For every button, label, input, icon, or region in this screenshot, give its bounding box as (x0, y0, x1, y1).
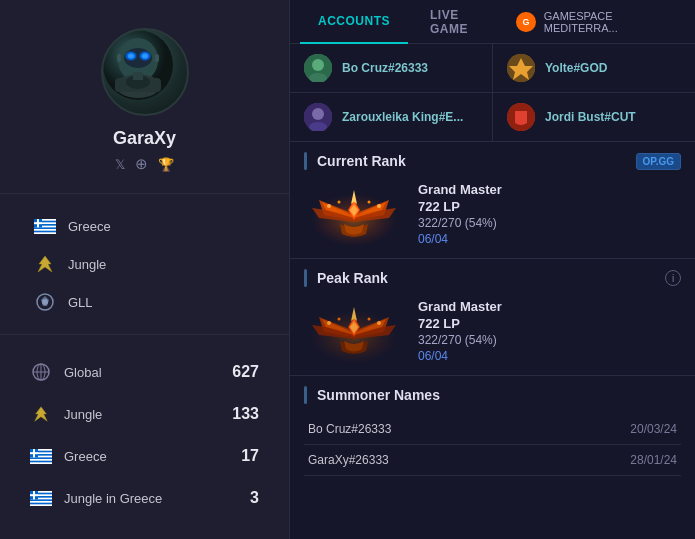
tab-live-game[interactable]: LIVE GAME (412, 0, 516, 44)
content-area: Current Rank OP.GG (290, 142, 695, 539)
tournament-label: GAMESPACE MEDITERRA... (544, 10, 685, 34)
section-bar (304, 152, 307, 170)
account-name-yolte: Yolte#GOD (545, 61, 607, 75)
stat-jungle-value: 133 (232, 405, 259, 423)
summoner-date-0: 20/03/24 (540, 414, 681, 445)
svg-rect-23 (34, 222, 42, 224)
svg-point-75 (377, 321, 381, 325)
info-tags: Greece Jungle GLL (0, 194, 289, 335)
twitter-icon[interactable]: 𝕏 (115, 157, 125, 172)
svg-point-51 (312, 59, 324, 71)
current-rank-details: Grand Master 722 LP 322/270 (54%) 06/04 (418, 182, 502, 246)
info-dot[interactable]: i (665, 270, 681, 286)
stat-greece: Greece 17 (20, 437, 269, 475)
profile-section: GaraXy 𝕏 ⊕ 🏆 (0, 0, 289, 194)
account-name-jordi: Jordi Bust#CUT (545, 110, 636, 124)
tag-greece-label: Greece (68, 219, 111, 234)
summoner-names-section: Summoner Names Bo Cruz#26333 20/03/24 Ga… (290, 376, 695, 486)
svg-point-76 (368, 318, 371, 321)
trophy-icon[interactable]: 🏆 (158, 157, 174, 172)
stat-global-value: 627 (232, 363, 259, 381)
peak-rank-content: Grand Master 722 LP 322/270 (54%) 06/04 (304, 297, 681, 365)
svg-point-7 (125, 51, 137, 61)
current-rank-record: 322/270 (54%) (418, 216, 502, 230)
tab-accounts[interactable]: ACCOUNTS (300, 0, 408, 44)
peak-rank-date: 06/04 (418, 349, 502, 363)
peak-rank-title: Peak Rank (317, 270, 655, 286)
account-bo-cruz[interactable]: Bo Cruz#26333 (290, 44, 492, 92)
current-rank-section: Current Rank OP.GG (290, 142, 695, 259)
stat-greece-icon (30, 445, 52, 467)
svg-point-56 (312, 108, 324, 120)
stat-jungle-greece-value: 3 (250, 489, 259, 507)
svg-rect-9 (117, 54, 121, 62)
summoner-section-bar (304, 386, 307, 404)
account-zarouxleika[interactable]: Zarouxleika King#E... (290, 93, 492, 141)
svg-rect-14 (133, 72, 143, 80)
tag-greece[interactable]: Greece (20, 208, 269, 244)
svg-marker-31 (35, 407, 48, 421)
current-rank-date: 06/04 (418, 232, 502, 246)
opgg-badge[interactable]: OP.GG (636, 153, 682, 170)
flag-greece-icon (34, 218, 56, 234)
peak-rank-name: Grand Master (418, 299, 502, 314)
account-jordi[interactable]: Jordi Bust#CUT (493, 93, 695, 141)
peak-rank-record: 322/270 (54%) (418, 333, 502, 347)
stat-global-label: Global (64, 365, 232, 380)
gll-icon (34, 294, 56, 310)
avatar (101, 28, 189, 116)
svg-rect-46 (30, 504, 52, 506)
stat-jungle-greece-label: Jungle in Greece (64, 491, 250, 506)
account-name-zarouxleika: Zarouxleika King#E... (342, 110, 463, 124)
avatar-image (103, 30, 173, 100)
tabs-bar: ACCOUNTS LIVE GAME G GAMESPACE MEDITERRA… (290, 0, 695, 44)
stat-greece-label: Greece (64, 449, 241, 464)
svg-point-65 (338, 201, 341, 204)
stat-jungle-icon (30, 403, 52, 425)
peak-rank-details: Grand Master 722 LP 322/270 (54%) 06/04 (418, 299, 502, 363)
account-name-bo-cruz: Bo Cruz#26333 (342, 61, 428, 75)
player-name: GaraXy (113, 128, 176, 149)
summoner-table: Bo Cruz#26333 20/03/24 GaraXy#26333 28/0… (304, 414, 681, 476)
current-rank-name: Grand Master (418, 182, 502, 197)
current-rank-emblem (304, 180, 404, 248)
current-rank-header: Current Rank OP.GG (304, 152, 681, 170)
tag-gll[interactable]: GLL (20, 284, 269, 320)
account-avatar-bo-cruz (304, 54, 332, 82)
svg-marker-24 (38, 256, 52, 272)
account-avatar-zarouxleika (304, 103, 332, 131)
left-panel: GaraXy 𝕏 ⊕ 🏆 Gre (0, 0, 290, 539)
account-avatar-yolte (507, 54, 535, 82)
svg-rect-20 (34, 232, 56, 234)
summoner-name-0: Bo Cruz#26333 (304, 414, 540, 445)
svg-rect-19 (34, 229, 56, 231)
svg-point-26 (42, 299, 48, 305)
peak-rank-emblem (304, 297, 404, 365)
social-icons: 𝕏 ⊕ 🏆 (115, 155, 174, 173)
tag-jungle-label: Jungle (68, 257, 106, 272)
stat-global: Global 627 (20, 353, 269, 391)
account-yolte[interactable]: Yolte#GOD (493, 44, 695, 92)
peak-section-bar (304, 269, 307, 287)
stat-jungle-greece-icon (30, 487, 52, 509)
svg-point-66 (377, 204, 381, 208)
svg-point-74 (338, 318, 341, 321)
tournament-tab[interactable]: G GAMESPACE MEDITERRA... (516, 10, 685, 34)
tournament-icon: G (516, 12, 535, 32)
svg-rect-37 (30, 462, 52, 464)
stat-greece-value: 17 (241, 447, 259, 465)
peak-rank-lp: 722 LP (418, 316, 502, 331)
jungle-icon (34, 256, 56, 272)
summoner-name-1: GaraXy#26333 (304, 445, 540, 476)
summoner-row-1: GaraXy#26333 28/01/24 (304, 445, 681, 476)
current-rank-content: Grand Master 722 LP 322/270 (54%) 06/04 (304, 180, 681, 248)
svg-rect-49 (30, 494, 38, 496)
right-panel: ACCOUNTS LIVE GAME G GAMESPACE MEDITERRA… (290, 0, 695, 539)
svg-rect-10 (155, 54, 159, 62)
summoner-names-header: Summoner Names (304, 386, 681, 404)
tag-gll-label: GLL (68, 295, 93, 310)
discord-icon[interactable]: ⊕ (135, 155, 148, 173)
svg-point-8 (139, 51, 151, 61)
summoner-row-0: Bo Cruz#26333 20/03/24 (304, 414, 681, 445)
tag-jungle[interactable]: Jungle (20, 246, 269, 282)
